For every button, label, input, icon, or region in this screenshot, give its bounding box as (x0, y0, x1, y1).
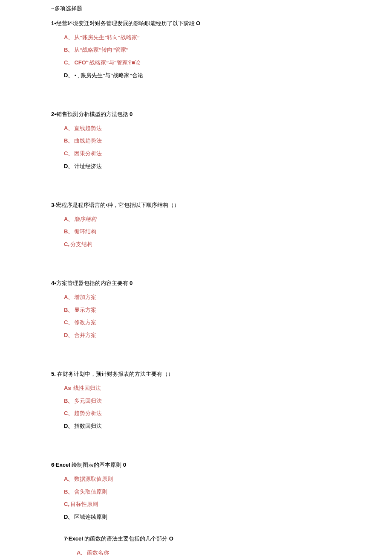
option-text: 计址经济法 (74, 163, 102, 169)
option-text: 函数名称 (87, 549, 109, 555)
question-1: 1•经营环境变迁对财务管理发展的影响职能经历了以下阶段 O A、从“账房先生”转… (51, 19, 328, 80)
option-b: B、循环结构 (64, 227, 328, 236)
option-text: 线性回归法 (73, 385, 101, 391)
option-text: 循环结构 (74, 228, 96, 235)
question-number: 3· (51, 202, 56, 208)
option-label: B、 (64, 488, 73, 495)
option-label: A、 (64, 476, 73, 482)
option-c: C、CFO“战略家”与“管家Ÿ■论 (64, 58, 328, 67)
option-label: D、 (64, 332, 73, 338)
option-text-prefix: CFO“ (74, 59, 89, 66)
option-label: C, (64, 241, 69, 247)
section-heading: -∙多项选择题 (51, 4, 328, 13)
stem-text: 的函数的语法主要包括的几个部分 (84, 535, 169, 542)
option-b: B、显示方案 (64, 306, 328, 315)
option-label: B、 (64, 46, 73, 53)
option-label: C, (64, 501, 69, 507)
options: A、数据源取值原则 B、含头取值原则 C,目标性原则 D、区域连续原则 (51, 475, 328, 522)
options: As 线性回归法 B、多元回归法 C、趋势分析法 D、指数回归法 (51, 384, 328, 431)
option-c: C,目标性原则 (64, 500, 328, 509)
question-2: 2•销售预测分析模型的方法包括 0 A、直线趋势法 B、曲线趋势法 C、因果分析… (51, 110, 328, 171)
stem-suffix: 0 (130, 280, 133, 286)
option-text: 含头取值原则 (74, 488, 107, 495)
option-text: 分支结构 (70, 241, 92, 247)
option-text: 顺序结构 (74, 216, 96, 222)
question-stem: 4•方案管理器包括的内容主要有 0 (51, 279, 328, 288)
option-text: 目标性原则 (70, 501, 98, 507)
option-a: A、从“账房先生”转向“战略家” (64, 33, 328, 42)
option-c: C、趋势分析法 (64, 409, 328, 418)
option-label: D、 (64, 514, 73, 520)
option-text: 多元回归法 (74, 398, 102, 404)
option-a: A、函数名称 (77, 549, 328, 555)
option-text: 因果分析法 (74, 150, 102, 157)
option-label: B、 (64, 307, 73, 313)
option-d: D、合并方案 (64, 331, 328, 340)
option-label: D、 (64, 72, 73, 78)
option-b: B、多元回归法 (64, 397, 328, 406)
document-page: -∙多项选择题 1•经营环境变迁对财务管理发展的影响职能经历了以下阶段 O A、… (0, 0, 328, 555)
option-label: B、 (64, 137, 73, 144)
option-text: 从“账房先生”转向“战略家” (74, 34, 139, 41)
option-label: C、 (64, 410, 73, 416)
option-text: 趋势分析法 (74, 410, 102, 416)
options: A、函数名称 B、拈号 C,参数 (64, 549, 328, 555)
option-d: D、• , 账房先生”与“战略家”合论 (64, 71, 328, 80)
option-label: A、 (64, 294, 73, 300)
option-d: D、计址经济法 (64, 162, 328, 171)
question-number: 1• (51, 20, 56, 26)
option-label: A、 (64, 125, 73, 131)
stem-text: 宏程序是程序语言的•种，它包括以下顺序结构（） (56, 202, 180, 208)
option-b: B、从“战略家”转向“管家” (64, 46, 328, 55)
question-5: 5. 在财务计划中，预计财务报表的方法主要有（） As 线性回归法 B、多元回归… (51, 370, 328, 431)
option-text: 区域连续原则 (74, 514, 107, 520)
option-label: C、 (64, 59, 73, 66)
option-label: B、 (64, 398, 73, 404)
options: A、从“账房先生”转向“战略家” B、从“战略家”转向“管家” C、CFO“战略… (51, 33, 328, 80)
question-6: 6·Excel 绘制图表的基本原则 0 A、数据源取值原则 B、含头取值原则 C… (51, 461, 328, 555)
option-d: D、区域连续原则 (64, 513, 328, 522)
option-label: A、 (64, 216, 73, 222)
option-b: B、曲线趋势法 (64, 137, 328, 145)
question-number: 5. (51, 371, 56, 377)
option-text: 数据源取值原则 (74, 476, 113, 482)
question-number: 4• (51, 280, 56, 286)
option-d: D、指数回归法 (64, 422, 328, 431)
stem-suffix: 0 (130, 111, 133, 117)
option-c: C,分支结构 (64, 240, 328, 249)
option-text: 修改方案 (74, 319, 96, 325)
option-text: 从“战略家”转向“管家” (74, 46, 128, 53)
option-label: C、 (64, 150, 73, 157)
question-stem: 2•销售预测分析模型的方法包括 0 (51, 110, 328, 119)
option-c: C、修改方案 (64, 318, 328, 327)
question-7: 7·Excel 的函数的语法主要包括的几个部分 O A、函数名称 B、拈号 C,… (51, 535, 328, 555)
option-a: A、增加方案 (64, 293, 328, 302)
option-text: 指数回归法 (74, 423, 102, 429)
question-number: 2• (51, 111, 56, 117)
question-number: 7·Excel (64, 535, 84, 542)
question-stem: 7·Excel 的函数的语法主要包括的几个部分 O (64, 535, 328, 543)
stem-suffix: O (169, 535, 173, 542)
options: A、直线趋势法 B、曲线趋势法 C、因果分析法 D、计址经济法 (51, 124, 328, 171)
option-text: 战略家”与“管家Ÿ■论 (89, 59, 141, 66)
question-stem: 1•经营环境变迁对财务管理发展的影响职能经历了以下阶段 O (51, 19, 328, 28)
stem-text: 在财务计划中，预计财务报表的方法主要有（） (56, 371, 173, 377)
option-a: As 线性回归法 (64, 384, 328, 393)
stem-text: 方案管理器包括的内容主要有 (56, 280, 130, 286)
question-stem: 5. 在财务计划中，预计财务报表的方法主要有（） (51, 370, 328, 379)
question-stem: 3·宏程序是程序语言的•种，它包括以下顺序结构（） (51, 201, 328, 210)
option-a: A、数据源取值原则 (64, 475, 328, 484)
option-text: 曲线趋势法 (74, 137, 102, 144)
option-label: C、 (64, 319, 73, 325)
option-a: A、顺序结构 (64, 215, 328, 224)
question-4: 4•方案管理器包括的内容主要有 0 A、增加方案 B、显示方案 C、修改方案 D… (51, 279, 328, 340)
option-label: As (64, 385, 72, 391)
option-text: 显示方案 (74, 307, 96, 313)
option-b: B、含头取值原则 (64, 488, 328, 497)
option-text: 增加方案 (74, 294, 96, 300)
option-a: A、直线趋势法 (64, 124, 328, 133)
stem-suffix: 0 (123, 462, 126, 468)
option-label: A、 (64, 34, 73, 41)
option-text: • , 账房先生”与“战略家”合论 (74, 72, 143, 78)
question-3: 3·宏程序是程序语言的•种，它包括以下顺序结构（） A、顺序结构 B、循环结构 … (51, 201, 328, 249)
